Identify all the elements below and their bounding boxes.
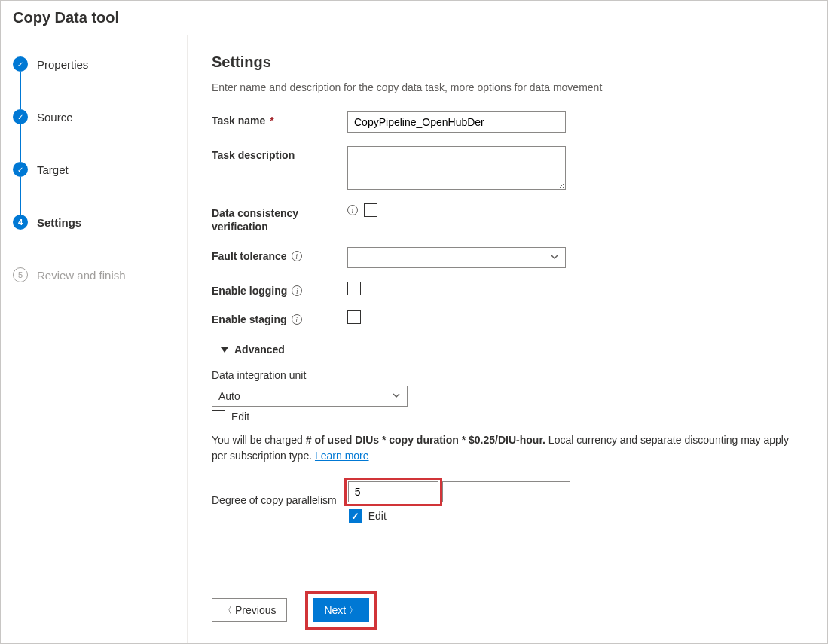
check-icon: ✓ bbox=[13, 162, 28, 177]
task-name-input[interactable] bbox=[347, 111, 566, 133]
diu-edit-checkbox[interactable] bbox=[212, 410, 225, 423]
chevron-left-icon: 〈 bbox=[223, 604, 232, 617]
step-number-icon: 5 bbox=[13, 267, 28, 282]
task-name-label: Task name * bbox=[212, 111, 347, 127]
step-connector bbox=[20, 72, 21, 109]
next-button[interactable]: Next 〉 bbox=[313, 598, 369, 622]
learn-more-link[interactable]: Learn more bbox=[315, 450, 369, 462]
parallelism-input-wrap bbox=[344, 478, 570, 506]
page-heading: Settings bbox=[212, 53, 803, 71]
enable-logging-row: Enable logging i bbox=[212, 282, 803, 297]
step-number-icon: 4 bbox=[13, 215, 28, 230]
enable-staging-checkbox[interactable] bbox=[347, 310, 361, 324]
page-subtitle: Enter name and description for the copy … bbox=[212, 81, 803, 93]
previous-button[interactable]: 〈 Previous bbox=[212, 598, 287, 622]
data-consistency-label: Data consistency verification bbox=[212, 203, 347, 233]
step-label: Review and finish bbox=[37, 269, 126, 282]
step-label: Settings bbox=[37, 216, 81, 229]
parallelism-input[interactable] bbox=[348, 481, 438, 502]
info-icon[interactable]: i bbox=[292, 285, 302, 296]
window-title: Copy Data tool bbox=[13, 9, 815, 26]
fault-tolerance-row: Fault tolerance i bbox=[212, 247, 803, 268]
parallelism-edit-row: Edit bbox=[349, 509, 570, 523]
pricing-text: You will be charged # of used DIUs * cop… bbox=[212, 432, 803, 464]
diu-select[interactable]: Auto bbox=[212, 386, 408, 407]
check-icon: ✓ bbox=[13, 56, 28, 72]
step-connector bbox=[20, 124, 21, 162]
chevron-down-icon bbox=[550, 252, 559, 264]
step-connector bbox=[20, 177, 21, 215]
step-properties[interactable]: ✓ Properties bbox=[13, 56, 175, 72]
data-consistency-row: Data consistency verification i bbox=[212, 203, 803, 233]
diu-edit-row: Edit bbox=[212, 410, 803, 423]
check-icon: ✓ bbox=[13, 109, 28, 124]
wizard-sidebar: ✓ Properties ✓ Source ✓ Target 4 Setting… bbox=[1, 35, 188, 643]
body: ✓ Properties ✓ Source ✓ Target 4 Setting… bbox=[1, 35, 827, 643]
fault-tolerance-label: Fault tolerance i bbox=[212, 247, 347, 262]
task-description-label: Task description bbox=[212, 146, 347, 161]
parallelism-edit-label: Edit bbox=[368, 510, 387, 522]
enable-staging-row: Enable staging i bbox=[212, 310, 803, 325]
advanced-toggle[interactable]: Advanced bbox=[221, 343, 803, 356]
task-description-input[interactable] bbox=[347, 146, 566, 190]
required-asterisk: * bbox=[270, 114, 273, 127]
enable-logging-label: Enable logging i bbox=[212, 282, 347, 297]
info-icon[interactable]: i bbox=[292, 314, 302, 325]
parallelism-edit-checkbox[interactable] bbox=[349, 509, 362, 523]
task-description-row: Task description bbox=[212, 146, 803, 190]
parallelism-label: Degree of copy parallelism bbox=[212, 494, 337, 506]
step-label: Target bbox=[37, 163, 69, 176]
step-label: Properties bbox=[37, 58, 88, 71]
info-icon[interactable]: i bbox=[292, 251, 302, 261]
diu-label: Data integration unit bbox=[212, 369, 803, 381]
parallelism-input-extension[interactable] bbox=[442, 481, 570, 502]
chevron-right-icon: 〉 bbox=[349, 604, 358, 617]
chevron-down-icon bbox=[392, 390, 401, 402]
triangle-down-icon bbox=[221, 347, 228, 353]
diu-edit-label: Edit bbox=[231, 411, 249, 423]
enable-staging-label: Enable staging i bbox=[212, 310, 347, 325]
parallelism-row: Degree of copy parallelism Edit bbox=[212, 478, 803, 523]
step-review[interactable]: 5 Review and finish bbox=[13, 267, 175, 282]
enable-logging-checkbox[interactable] bbox=[347, 282, 361, 295]
task-name-row: Task name * bbox=[212, 111, 803, 133]
title-bar: Copy Data tool bbox=[1, 1, 827, 35]
copy-data-tool-window: Copy Data tool ✓ Properties ✓ Source ✓ T… bbox=[0, 0, 828, 644]
data-consistency-checkbox[interactable] bbox=[364, 203, 377, 217]
footer-buttons: 〈 Previous Next 〉 bbox=[212, 591, 377, 630]
main-panel: Settings Enter name and description for … bbox=[188, 35, 827, 643]
step-settings[interactable]: 4 Settings bbox=[13, 215, 175, 230]
highlight-annotation: Next 〉 bbox=[305, 591, 377, 630]
step-source[interactable]: ✓ Source bbox=[13, 109, 175, 124]
step-target[interactable]: ✓ Target bbox=[13, 162, 175, 177]
info-icon[interactable]: i bbox=[347, 205, 358, 215]
step-label: Source bbox=[37, 111, 73, 124]
advanced-section: Data integration unit Auto Edit You will… bbox=[212, 369, 803, 523]
fault-tolerance-select[interactable] bbox=[347, 247, 566, 268]
highlight-annotation bbox=[344, 478, 442, 506]
